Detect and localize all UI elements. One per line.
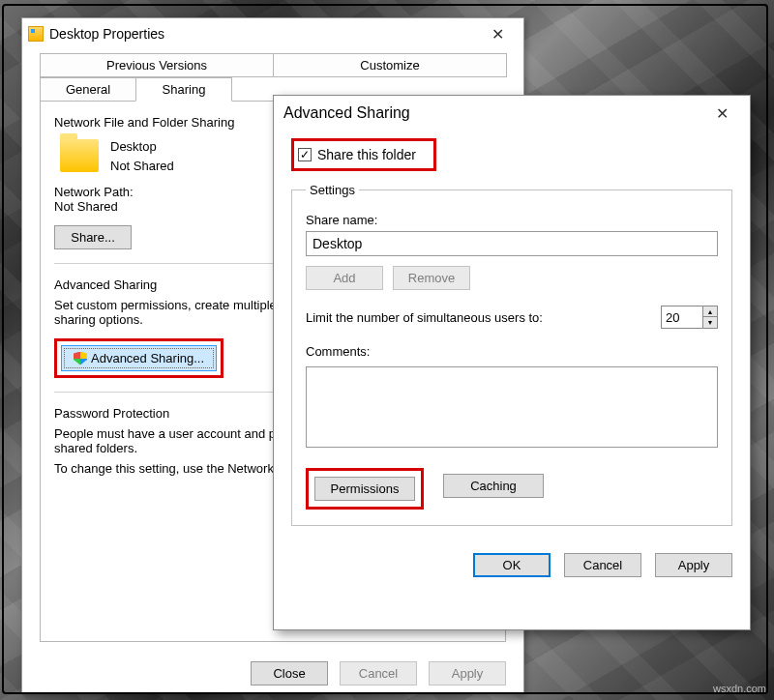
checkmark-icon: ✓ (298, 148, 312, 161)
adv-window-title: Advanced Sharing (283, 104, 703, 122)
spinner-up-icon[interactable]: ▲ (703, 306, 717, 317)
advanced-sharing-button[interactable]: Advanced Sharing... (61, 345, 217, 371)
close-icon[interactable]: ✕ (703, 102, 740, 125)
share-name-input[interactable] (306, 231, 718, 256)
tab-general[interactable]: General (40, 77, 136, 102)
folder-large-icon (60, 139, 99, 172)
share-this-folder-checkbox[interactable]: ✓ Share this folder (298, 147, 416, 162)
tab-previous-versions[interactable]: Previous Versions (40, 53, 274, 77)
adv-titlebar[interactable]: Advanced Sharing ✕ (274, 96, 750, 131)
tab-sharing[interactable]: Sharing (135, 77, 232, 102)
cancel-button: Cancel (340, 661, 417, 685)
watermark: wsxdn.com (713, 683, 766, 694)
highlight-permissions: Permissions (306, 468, 424, 510)
highlight-share-checkbox: ✓ Share this folder (291, 138, 436, 171)
settings-legend: Settings (306, 183, 359, 197)
properties-titlebar[interactable]: Desktop Properties ✕ (22, 18, 523, 49)
ok-button[interactable]: OK (473, 553, 551, 577)
folder-icon (28, 26, 44, 42)
advanced-sharing-button-label: Advanced Sharing... (91, 351, 204, 365)
limit-users-label: Limit the number of simultaneous users t… (306, 310, 649, 325)
permissions-button[interactable]: Permissions (314, 477, 415, 501)
caching-button[interactable]: Caching (443, 474, 544, 498)
settings-group: Settings Share name: Add Remove Limit th… (291, 183, 732, 526)
comments-textarea[interactable] (306, 366, 718, 448)
add-button: Add (306, 266, 383, 290)
remove-button: Remove (393, 266, 470, 290)
share-button[interactable]: Share... (54, 225, 132, 249)
share-name-label: Share name: (306, 213, 718, 227)
adv-apply-button[interactable]: Apply (655, 553, 732, 577)
adv-cancel-button[interactable]: Cancel (564, 553, 641, 577)
apply-button: Apply (429, 661, 506, 685)
shield-icon (74, 352, 87, 365)
limit-users-input[interactable] (662, 306, 702, 328)
highlight-advanced-sharing: Advanced Sharing... (54, 338, 223, 378)
limit-users-spinner[interactable]: ▲ ▼ (661, 306, 718, 329)
close-icon[interactable]: ✕ (479, 22, 516, 45)
shared-state: Not Shared (110, 157, 174, 176)
tab-customize[interactable]: Customize (273, 53, 507, 77)
folder-name: Desktop (110, 137, 174, 157)
advanced-sharing-dialog: Advanced Sharing ✕ ✓ Share this folder S… (273, 95, 751, 630)
share-this-folder-label: Share this folder (317, 147, 416, 162)
close-button[interactable]: Close (251, 661, 328, 685)
window-title: Desktop Properties (49, 26, 479, 42)
spinner-down-icon[interactable]: ▼ (703, 317, 717, 328)
comments-label: Comments: (306, 344, 718, 359)
